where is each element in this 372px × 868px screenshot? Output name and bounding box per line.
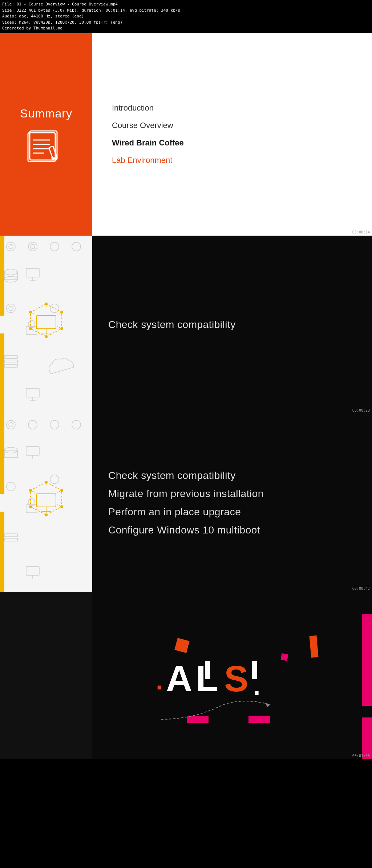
panel-2-single-bullet: Check system compatibility 00:00:28 bbox=[0, 236, 372, 414]
accent-bar-bottom bbox=[0, 333, 4, 414]
file-info-line1: File: 01 - Course Overview - Course Over… bbox=[2, 1, 370, 8]
summary-label: Summary bbox=[20, 107, 72, 120]
hex-monitor-icon bbox=[23, 300, 70, 349]
als-logo-container: . A L S . bbox=[152, 651, 312, 700]
bullet-check-system-2: Check system compatibility bbox=[108, 470, 372, 481]
panel-3-left bbox=[0, 414, 92, 592]
svg-text:S: S bbox=[224, 658, 248, 699]
svg-rect-58 bbox=[4, 538, 17, 541]
svg-rect-51 bbox=[26, 447, 39, 455]
panel-4-right: . A L S . bbox=[92, 592, 372, 759]
panel-2-content: Check system compatibility bbox=[92, 236, 372, 414]
svg-rect-6 bbox=[49, 146, 57, 159]
file-info-line4: Video: h264, yuv420p, 1280x720, 30.00 fp… bbox=[2, 20, 370, 26]
svg-rect-0 bbox=[30, 131, 57, 160]
svg-rect-24 bbox=[4, 356, 17, 359]
svg-rect-15 bbox=[4, 272, 17, 279]
svg-point-11 bbox=[31, 244, 35, 249]
panel-1-timestamp: 00:00:14 bbox=[352, 230, 370, 234]
svg-marker-78 bbox=[265, 703, 270, 707]
svg-point-47 bbox=[9, 423, 13, 427]
svg-rect-69 bbox=[36, 494, 56, 507]
svg-text:.: . bbox=[253, 672, 260, 699]
menu-item-course-overview: Course Overview bbox=[112, 121, 372, 130]
svg-rect-37 bbox=[36, 316, 56, 329]
svg-point-46 bbox=[7, 420, 15, 429]
bullet-multiboot: Configure Windows 10 multiboot bbox=[108, 524, 372, 536]
accent-bar-top bbox=[0, 236, 4, 316]
dashed-arrow bbox=[158, 697, 274, 727]
file-info-bar: File: 01 - Course Overview - Course Over… bbox=[0, 0, 372, 33]
file-info-line3: Audio: aac, 44100 Hz, stereo (eng) bbox=[2, 13, 370, 20]
svg-point-9 bbox=[9, 244, 13, 249]
pink-bar-right bbox=[362, 614, 372, 706]
panel-2-left bbox=[0, 236, 92, 414]
panel-2-timestamp: 00:00:28 bbox=[352, 408, 370, 412]
als-logo-svg: . A L S . bbox=[152, 651, 312, 699]
svg-rect-25 bbox=[4, 360, 17, 363]
panel-3-bullets: Check system compatibility Migrate from … bbox=[0, 414, 372, 592]
svg-point-49 bbox=[50, 420, 59, 429]
svg-rect-27 bbox=[26, 388, 39, 397]
svg-text:L: L bbox=[196, 658, 218, 699]
menu-item-introduction: Introduction bbox=[112, 103, 372, 113]
block-red-1 bbox=[174, 638, 190, 653]
pink-bar-bottom bbox=[362, 717, 372, 759]
svg-rect-26 bbox=[4, 364, 17, 367]
accent-bar-bottom-2 bbox=[0, 512, 4, 592]
panel-3-content: Check system compatibility Migrate from … bbox=[92, 414, 372, 592]
bullet-in-place: Perform an in place upgrace bbox=[108, 506, 372, 518]
file-info-line2: Size: 3222 401 bytes (3.07 MiB), duratio… bbox=[2, 8, 370, 14]
svg-rect-57 bbox=[4, 534, 17, 537]
svg-rect-17 bbox=[26, 268, 39, 277]
accent-bar-top-2 bbox=[0, 414, 4, 494]
svg-point-55 bbox=[7, 482, 15, 491]
menu-item-wired-brain: Wired Brain Coffee bbox=[112, 138, 372, 148]
panel-4-left bbox=[0, 592, 92, 759]
panel-4-timestamp: 00:01:08 bbox=[352, 754, 370, 758]
menu-item-lab-env: Lab Environment bbox=[112, 156, 372, 165]
svg-point-8 bbox=[7, 242, 15, 251]
svg-text:A: A bbox=[166, 658, 192, 699]
svg-point-20 bbox=[7, 304, 15, 313]
svg-rect-54 bbox=[4, 450, 17, 457]
panel-1-right: Introduction Course Overview Wired Brain… bbox=[92, 33, 372, 236]
svg-point-13 bbox=[72, 242, 81, 251]
svg-point-21 bbox=[9, 306, 13, 311]
hex-monitor-icon-2 bbox=[23, 479, 70, 527]
panel-4-splash: . A L S . 00:01:08 bbox=[0, 592, 372, 759]
bullet-migrate: Migrate from previous installation bbox=[108, 488, 372, 500]
panel-1-summary: Summary Introduction Course Overview Wir… bbox=[0, 33, 372, 236]
bullet-check-system: Check system compatibility bbox=[108, 319, 372, 331]
file-info-line5: Generated by Thumbnail.me bbox=[2, 25, 370, 32]
panel-1-left: Summary bbox=[0, 33, 92, 236]
svg-point-50 bbox=[72, 420, 81, 429]
svg-text:.: . bbox=[156, 667, 163, 695]
svg-rect-60 bbox=[26, 567, 39, 575]
checklist-icon bbox=[26, 129, 66, 162]
svg-point-10 bbox=[28, 242, 37, 251]
svg-point-12 bbox=[50, 242, 59, 251]
svg-point-48 bbox=[28, 420, 37, 429]
panel-3-timestamp: 00:00:42 bbox=[352, 587, 370, 591]
